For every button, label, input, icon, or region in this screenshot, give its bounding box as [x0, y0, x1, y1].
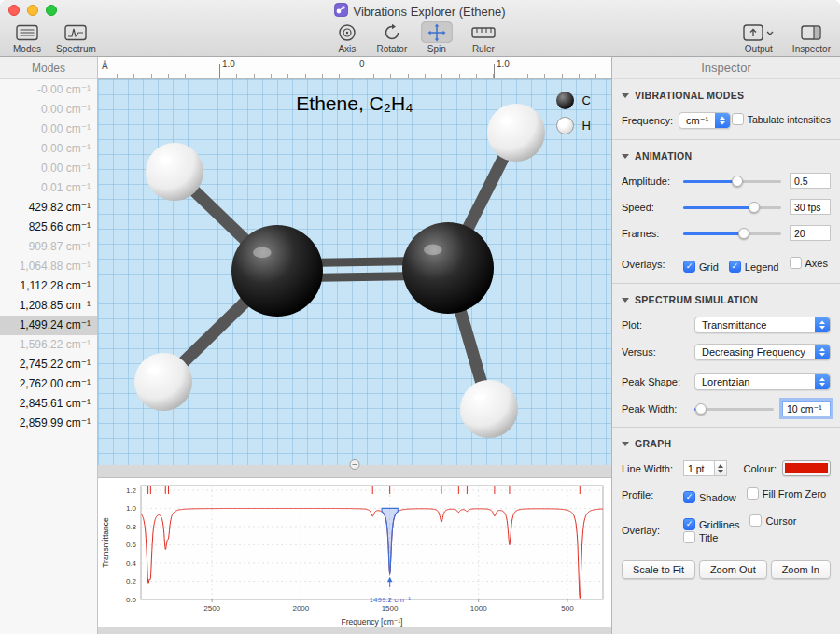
- mode-row[interactable]: 2,762.00 cm⁻¹: [0, 374, 97, 394]
- frames-slider[interactable]: [683, 227, 781, 240]
- mode-row[interactable]: 0.00 cm⁻¹: [0, 100, 97, 120]
- section-header-graph[interactable]: GRAPH: [622, 438, 831, 449]
- speed-slider[interactable]: [683, 201, 781, 214]
- checkbox-icon[interactable]: [747, 487, 759, 500]
- checkbox-icon[interactable]: [749, 514, 762, 527]
- toolbar-center-group: Axis Rotator Spin Ruler: [330, 21, 502, 54]
- mode-row[interactable]: 2,745.22 cm⁻¹: [0, 355, 97, 374]
- ruler-minor-tick: [287, 74, 288, 78]
- tabulate-intensities-checkbox[interactable]: Tabulate intensities: [732, 113, 831, 125]
- ruler-label: 0: [359, 59, 365, 69]
- mode-row[interactable]: 0.00 cm⁻¹: [0, 159, 97, 178]
- zoom-out-button[interactable]: Zoom Out: [699, 560, 767, 579]
- disclosure-triangle-icon[interactable]: [622, 154, 629, 159]
- checkbox-icon[interactable]: ✓: [683, 491, 695, 503]
- atom-c[interactable]: [231, 225, 323, 317]
- stepper-down-icon[interactable]: [718, 470, 723, 473]
- slider-thumb[interactable]: [749, 202, 760, 213]
- line-width-stepper[interactable]: [715, 460, 727, 476]
- mode-row[interactable]: 825.66 cm⁻¹: [0, 218, 97, 237]
- frames-field[interactable]: 20: [790, 225, 831, 241]
- spin-button[interactable]: Spin: [420, 21, 454, 54]
- zoom-in-button[interactable]: Zoom In: [771, 560, 831, 579]
- peak-shape-popup[interactable]: Lorentzian: [694, 373, 831, 390]
- atom-c[interactable]: [402, 222, 494, 314]
- mode-row[interactable]: 0.00 cm⁻¹: [0, 139, 97, 159]
- mode-row[interactable]: 1,499.24 cm⁻¹: [0, 316, 97, 335]
- atom-h[interactable]: [134, 353, 192, 411]
- disclosure-triangle-icon[interactable]: [622, 442, 629, 446]
- title-checkbox[interactable]: Title: [683, 531, 718, 543]
- atom-h[interactable]: [460, 380, 518, 438]
- cursor-checkbox[interactable]: Cursor: [749, 514, 796, 527]
- peak-width-field[interactable]: 10 cm⁻¹: [782, 401, 831, 416]
- line-width-label: Line Width:: [622, 463, 683, 474]
- mode-row[interactable]: 2,845.61 cm⁻¹: [0, 394, 97, 414]
- speed-field[interactable]: 30 fps: [790, 199, 831, 215]
- frequency-units-popup[interactable]: cm⁻¹: [679, 112, 731, 129]
- x-tick-label: 2500: [203, 604, 220, 613]
- checkbox-label: Tabulate intensities: [748, 114, 831, 125]
- amplitude-field[interactable]: 0.5: [790, 173, 831, 189]
- slider-thumb[interactable]: [695, 403, 707, 415]
- mode-row[interactable]: 909.87 cm⁻¹: [0, 237, 97, 257]
- peak-width-slider[interactable]: [694, 402, 774, 416]
- checkbox-icon[interactable]: [790, 257, 802, 269]
- spectrum-chart[interactable]: 0.00.20.40.60.81.01.22500200015001000500…: [98, 478, 611, 627]
- checkbox-label: Fill From Zero: [763, 488, 826, 500]
- disclosure-triangle-icon[interactable]: [622, 93, 629, 98]
- spectrum-button[interactable]: Spectrum: [56, 21, 96, 54]
- legend-checkbox[interactable]: ✓Legend: [729, 261, 779, 273]
- modes-list[interactable]: -0.00 cm⁻¹0.00 cm⁻¹0.00 cm⁻¹0.00 cm⁻¹0.0…: [0, 80, 97, 634]
- mode-row[interactable]: 1,208.85 cm⁻¹: [0, 296, 97, 316]
- colour-well[interactable]: [782, 460, 831, 476]
- spectrum-graph-panel[interactable]: 0.00.20.40.60.81.01.22500200015001000500…: [98, 477, 611, 627]
- slider-thumb[interactable]: [738, 228, 749, 239]
- scale-to-fit-button[interactable]: Scale to Fit: [622, 560, 695, 579]
- checkbox-icon[interactable]: [732, 113, 744, 125]
- mode-row[interactable]: 1,064.88 cm⁻¹: [0, 257, 97, 276]
- stepper-up-icon[interactable]: [718, 464, 723, 468]
- disclosure-triangle-icon[interactable]: [622, 298, 629, 303]
- checkbox-icon[interactable]: [683, 531, 695, 543]
- versus-popup[interactable]: Decreasing Frequency: [694, 344, 831, 360]
- section-header-vibrational-modes[interactable]: VIBRATIONAL MODES: [622, 90, 831, 101]
- mode-row[interactable]: 429.82 cm⁻¹: [0, 198, 97, 218]
- gridlines-checkbox[interactable]: ✓Gridlines: [683, 518, 739, 530]
- mode-row[interactable]: 1,112.28 cm⁻¹: [0, 276, 97, 296]
- axes-checkbox[interactable]: Axes: [790, 257, 828, 269]
- modes-button[interactable]: Modes: [9, 21, 45, 54]
- grid-checkbox[interactable]: ✓Grid: [683, 261, 719, 273]
- mode-row[interactable]: 0.01 cm⁻¹: [0, 178, 97, 198]
- mode-row[interactable]: -0.00 cm⁻¹: [0, 80, 97, 100]
- output-button[interactable]: Output: [736, 21, 781, 54]
- atom-h[interactable]: [146, 143, 203, 201]
- rotator-button[interactable]: Rotator: [375, 21, 409, 54]
- section-header-animation[interactable]: ANIMATION: [622, 150, 831, 162]
- amplitude-slider[interactable]: [683, 175, 781, 188]
- checkbox-label: Shadow: [699, 492, 736, 503]
- mode-row[interactable]: 0.00 cm⁻¹: [0, 120, 97, 139]
- inspector-button[interactable]: Inspector: [792, 21, 831, 54]
- plot-area[interactable]: [141, 486, 603, 599]
- main-3d-view[interactable]: Ethene, C₂H₄ CH: [98, 79, 611, 465]
- line-width-field[interactable]: 1 pt: [683, 460, 715, 476]
- ruler-button[interactable]: Ruler: [465, 21, 502, 54]
- checkbox-icon[interactable]: ✓: [683, 261, 695, 273]
- plot-popup[interactable]: Transmittance: [694, 317, 831, 333]
- checkbox-icon[interactable]: ✓: [683, 518, 695, 530]
- fill-from-zero-checkbox[interactable]: Fill From Zero: [747, 487, 826, 500]
- popup-value: Transmittance: [695, 319, 815, 331]
- x-tick-label: 1500: [382, 604, 399, 613]
- shadow-checkbox[interactable]: ✓Shadow: [683, 491, 736, 503]
- slider-thumb[interactable]: [732, 176, 743, 187]
- collapse-handle-icon[interactable]: [350, 459, 360, 470]
- section-header-spectrum-simulation[interactable]: SPECTRUM SIMULATION: [622, 294, 831, 305]
- split-divider[interactable]: [98, 465, 611, 477]
- y-tick-label: 1.0: [126, 504, 137, 513]
- mode-row[interactable]: 1,596.22 cm⁻¹: [0, 335, 97, 355]
- molecule-3d-render[interactable]: [98, 79, 611, 465]
- mode-row[interactable]: 2,859.99 cm⁻¹: [0, 414, 97, 433]
- axis-button[interactable]: Axis: [330, 21, 364, 54]
- checkbox-icon[interactable]: ✓: [729, 261, 741, 273]
